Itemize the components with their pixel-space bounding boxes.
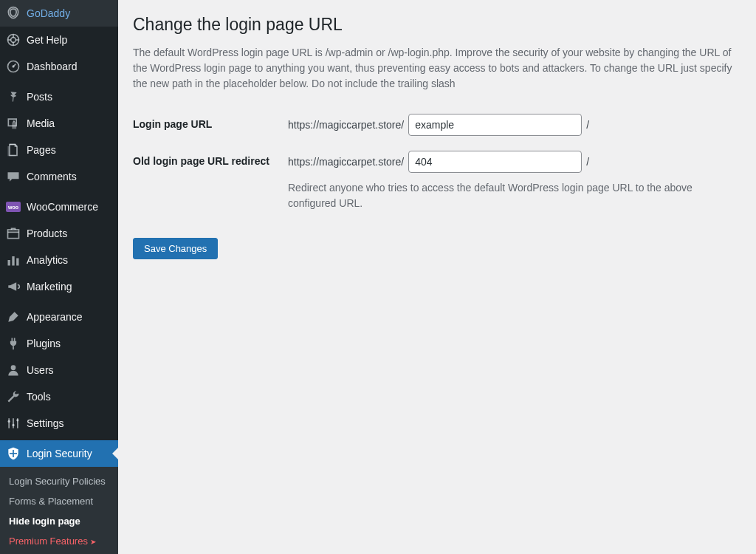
pin-icon [6, 89, 21, 104]
submenu-item-policies[interactable]: Login Security Policies [0, 471, 118, 491]
settings-icon [6, 416, 21, 431]
sidebar-item-label: Get Help [27, 34, 111, 46]
submenu-item-forms[interactable]: Forms & Placement [0, 491, 118, 511]
shield-icon [6, 446, 21, 461]
products-icon [6, 226, 21, 241]
sidebar-item-label: Login Security [27, 448, 111, 459]
save-changes-button[interactable]: Save Changes [133, 238, 218, 259]
comments-icon [6, 169, 21, 184]
sidebar-item-label: Products [27, 228, 111, 239]
sidebar-item-label: Appearance [27, 311, 111, 323]
sidebar-item-posts[interactable]: Posts [0, 83, 118, 110]
sidebar-item-comments[interactable]: Comments [0, 163, 118, 190]
sidebar-item-login-security[interactable]: Login Security [0, 440, 118, 467]
sidebar-item-label: GoDaddy [27, 7, 111, 19]
sidebar-item-label: Pages [27, 144, 111, 156]
dashboard-icon [6, 59, 21, 74]
sidebar-item-label: Analytics [27, 254, 111, 266]
sidebar-item-label: Posts [27, 91, 111, 103]
sidebar-item-dashboard[interactable]: Dashboard [0, 53, 118, 80]
main-content: Change the login page URL The default Wo… [118, 0, 756, 554]
sidebar-item-label: Dashboard [27, 61, 111, 72]
redirect-label: Old login page URL redirect [133, 151, 288, 167]
users-icon [6, 363, 21, 377]
pages-icon [6, 143, 21, 157]
sidebar-item-label: Settings [27, 417, 111, 429]
login-security-submenu: Login Security PoliciesForms & Placement… [0, 467, 118, 554]
sidebar-item-label: Media [27, 117, 111, 129]
sidebar-item-label: Marketing [27, 281, 111, 293]
appearance-icon [6, 310, 21, 324]
woo-icon: woo [6, 199, 21, 214]
page-description: The default WordPress login page URL is … [133, 45, 741, 92]
sidebar-item-label: Users [27, 364, 111, 376]
sidebar-item-label: WooCommerce [27, 201, 111, 213]
sidebar-item-media[interactable]: Media [0, 110, 118, 137]
sidebar-item-plugins[interactable]: Plugins [0, 330, 118, 357]
sidebar-item-tools[interactable]: Tools [0, 383, 118, 410]
redirect-input[interactable] [408, 151, 582, 173]
sidebar-item-woocommerce[interactable]: wooWooCommerce [0, 194, 118, 220]
login-url-prefix: https://magiccarpet.store/ [288, 119, 404, 131]
redirect-prefix: https://magiccarpet.store/ [288, 156, 404, 168]
help-icon [6, 33, 21, 47]
submenu-item-sub-settings[interactable]: Settings [0, 551, 118, 554]
sidebar-item-analytics[interactable]: Analytics [0, 247, 118, 273]
sidebar-item-gethelp[interactable]: Get Help [0, 27, 118, 53]
sidebar-item-users[interactable]: Users [0, 357, 118, 383]
redirect-suffix: / [586, 156, 589, 168]
media-icon [6, 116, 21, 131]
login-url-input[interactable] [408, 114, 582, 136]
sidebar-item-godaddy[interactable]: GoDaddy [0, 0, 118, 27]
sidebar-item-pages[interactable]: Pages [0, 137, 118, 163]
godaddy-icon [6, 6, 21, 21]
sidebar-item-label: Plugins [27, 338, 111, 349]
login-url-label: Login page URL [133, 114, 288, 130]
analytics-icon [6, 253, 21, 267]
submenu-item-hide[interactable]: Hide login page [0, 511, 118, 531]
sidebar-item-label: Tools [27, 391, 111, 403]
tools-icon [6, 389, 21, 404]
redirect-row: Old login page URL redirect https://magi… [133, 151, 741, 211]
marketing-icon [6, 279, 21, 294]
login-url-suffix: / [586, 119, 589, 131]
sidebar-item-settings[interactable]: Settings [0, 410, 118, 437]
login-url-row: Login page URL https://magiccarpet.store… [133, 114, 741, 136]
redirect-help-text: Redirect anyone who tries to access the … [288, 180, 741, 211]
plugins-icon [6, 336, 21, 351]
sidebar-item-label: Comments [27, 171, 111, 182]
page-title: Change the login page URL [133, 15, 741, 35]
sidebar-item-marketing[interactable]: Marketing [0, 273, 118, 300]
admin-sidebar: GoDaddyGet HelpDashboard PostsMediaPages… [0, 0, 118, 554]
submenu-item-premium[interactable]: Premium Features [0, 531, 118, 551]
sidebar-item-appearance[interactable]: Appearance [0, 304, 118, 330]
sidebar-item-products[interactable]: Products [0, 220, 118, 247]
